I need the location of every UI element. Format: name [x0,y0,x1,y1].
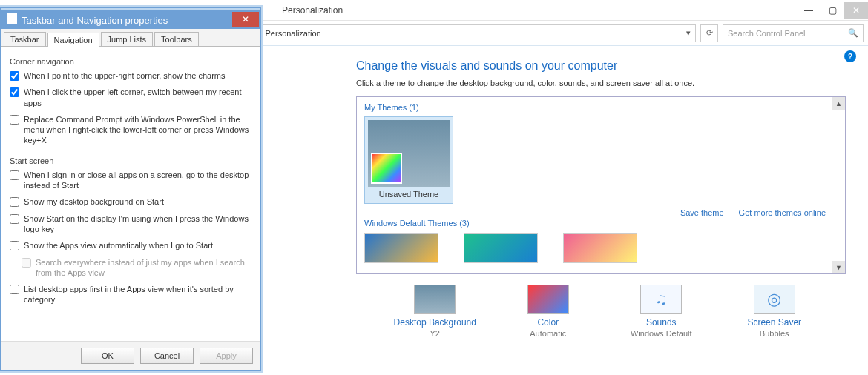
maximize-button[interactable]: ▢ [821,2,844,19]
ok-button[interactable]: OK [81,348,134,364]
breadcrumb-item[interactable]: Personalization [266,29,321,38]
desktop-background-setting[interactable]: Desktop Background Y2 [383,285,487,338]
opt-switch-apps[interactable]: When I click the upper-left corner, swit… [10,87,251,108]
refresh-button[interactable]: ⟳ [700,24,718,42]
color-setting[interactable]: Color Automatic [496,285,600,338]
checkbox[interactable] [10,170,19,180]
color-swatch-icon [371,153,402,184]
setting-value: Y2 [383,329,487,338]
dialog-buttons: OK Cancel Apply [1,341,260,370]
theme-links: Save theme Get more themes online [680,208,826,217]
opt-start-display[interactable]: Show Start on the display I'm using when… [10,213,251,235]
save-theme-link[interactable]: Save theme [680,208,724,217]
opt-show-charms[interactable]: When I point to the upper-right corner, … [10,70,251,81]
taskbar-navigation-dialog: Taskbar and Navigation properties ✕ Task… [0,7,261,371]
dialog-body: Corner navigation When I point to the up… [1,47,260,319]
theme-tile[interactable] [563,233,637,263]
checkbox[interactable] [10,197,19,207]
dialog-close-button[interactable]: ✕ [232,12,259,27]
search-icon: 🔍 [848,28,858,38]
dialog-title: Taskbar and Navigation properties [22,15,168,26]
breadcrumb-dropdown-icon[interactable]: ▾ [686,28,691,38]
theme-tile[interactable] [364,233,438,263]
scroll-down-button[interactable]: ▼ [832,261,845,273]
checkbox[interactable] [10,214,19,224]
checkbox[interactable] [10,285,19,294]
start-screen-label: Start screen [10,156,251,165]
search-input[interactable]: Search Control Panel 🔍 [723,24,864,42]
theme-tile[interactable] [464,233,538,263]
default-themes-row [364,233,845,263]
opt-go-desktop[interactable]: When I sign in or close all apps on a sc… [10,170,251,191]
theme-tile-unsaved[interactable]: Unsaved Theme [364,116,453,204]
checkbox[interactable] [10,241,19,250]
opt-search-everywhere: Search everywhere instead of just my app… [22,257,251,279]
setting-label: Sounds [609,317,713,328]
window-controls: — ▢ ✕ [797,2,868,19]
scroll-up-button[interactable]: ▲ [832,97,845,110]
screen-saver-setting[interactable]: ◎ Screen Saver Bubbles [723,285,826,338]
apply-button[interactable]: Apply [200,348,253,364]
search-placeholder: Search Control Panel [728,29,806,38]
my-themes-label: My Themes (1) [364,103,845,112]
dialog-titlebar: Taskbar and Navigation properties ✕ [1,8,260,29]
dialog-tabs: Taskbar Navigation Jump Lists Toolbars [1,29,260,47]
setting-label: Screen Saver [723,317,826,328]
window-title: Personalization [282,5,343,16]
sounds-icon: ♫ [640,285,682,314]
sounds-setting[interactable]: ♫ Sounds Windows Default [609,285,713,338]
page-subtext: Click a theme to change the desktop back… [356,79,853,87]
checkbox[interactable] [10,115,19,125]
screen-saver-icon: ◎ [754,285,795,314]
setting-label: Color [496,317,600,328]
minimize-button[interactable]: — [797,2,821,19]
opt-desktop-bg-start[interactable]: Show my desktop background on Start [10,196,251,207]
settings-row: Desktop Background Y2 Color Automatic ♫ … [356,285,853,338]
theme-caption: Unsaved Theme [368,187,450,200]
tab-jump-lists[interactable]: Jump Lists [101,32,154,46]
corner-navigation-label: Corner navigation [10,57,251,66]
tab-navigation[interactable]: Navigation [47,33,99,47]
page-heading: Change the visuals and sounds on your co… [356,59,853,73]
color-icon [527,285,569,314]
setting-value: Bubbles [723,329,826,338]
close-button[interactable]: ✕ [844,2,868,19]
opt-desktop-apps-first[interactable]: List desktop apps first in the Apps view… [10,284,251,305]
desktop-background-icon [414,285,456,314]
opt-apps-view[interactable]: Show the Apps view automatically when I … [10,240,251,250]
setting-value: Automatic [496,329,600,338]
tab-taskbar[interactable]: Taskbar [4,32,46,46]
get-more-themes-link[interactable]: Get more themes online [739,208,826,217]
cancel-button[interactable]: Cancel [140,348,194,364]
default-themes-label: Windows Default Themes (3) [364,219,845,228]
setting-value: Windows Default [609,329,713,338]
theme-preview [368,120,450,187]
dialog-icon [7,13,17,24]
content: ? Change the visuals and sounds on your … [312,46,868,375]
checkbox[interactable] [10,71,19,81]
help-icon[interactable]: ? [844,50,856,62]
opt-powershell[interactable]: Replace Command Prompt with Windows Powe… [10,114,251,146]
tab-toolbars[interactable]: Toolbars [154,32,199,46]
checkbox[interactable] [10,87,19,97]
setting-label: Desktop Background [383,317,487,328]
checkbox [22,258,31,268]
themes-panel: ▲ My Themes (1) Unsaved Theme Save theme… [356,96,846,274]
